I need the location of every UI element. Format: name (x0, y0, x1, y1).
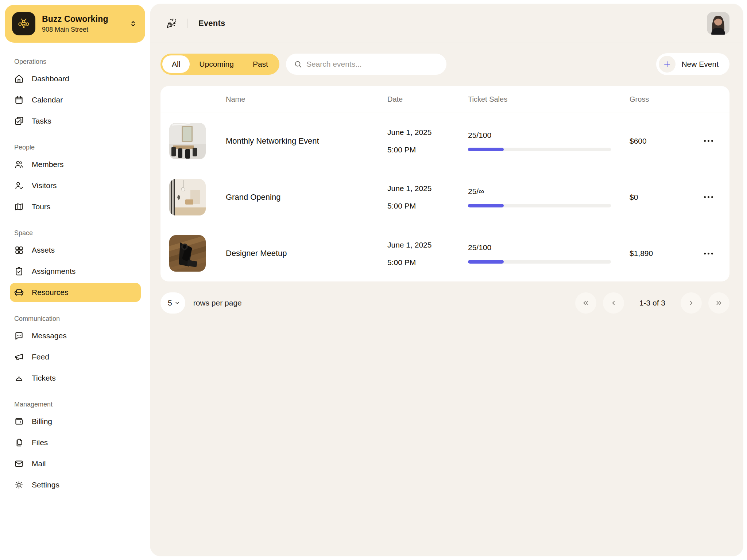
sidebar-item-billing[interactable]: Billing (10, 412, 141, 431)
rows-per-page-select[interactable]: 5 (160, 292, 185, 314)
pagination-bar: 5 rows per page 1-3 of 3 (150, 281, 743, 314)
new-event-label: New Event (681, 60, 719, 69)
home-icon (14, 74, 24, 83)
sidebar-item-settings[interactable]: Settings (10, 475, 141, 494)
event-time: 5:00 PM (387, 202, 468, 210)
filter-tab-past[interactable]: Past (243, 55, 278, 73)
sidebar-item-mail[interactable]: Mail (10, 454, 141, 473)
sidebar-item-messages[interactable]: Messages (10, 326, 141, 345)
clipboard-check-icon (14, 267, 24, 276)
event-thumbnail-meeting-room (169, 123, 206, 159)
ticket-progress-track (468, 204, 611, 207)
chevrons-left-icon (582, 299, 590, 307)
workspace-name: Buzz Coworking (42, 14, 129, 24)
event-time: 5:00 PM (387, 146, 468, 153)
sidebar-item-label: Billing (32, 417, 52, 426)
previous-page-button[interactable] (603, 292, 624, 314)
search-input[interactable] (306, 60, 438, 69)
calendar-icon (14, 95, 24, 105)
sidebar-item-assignments[interactable]: Assignments (10, 262, 141, 281)
sidebar-item-feed[interactable]: Feed (10, 347, 141, 366)
user-check-icon (14, 181, 24, 190)
wallet-icon (14, 417, 24, 426)
chevron-right-icon (687, 299, 695, 307)
ticket-progress-fill (468, 260, 504, 264)
sidebar-item-label: Files (32, 438, 48, 447)
gear-icon (14, 480, 24, 490)
workspace-info: Buzz Coworking 908 Main Street (42, 14, 129, 34)
sidebar-item-label: Tasks (32, 117, 51, 125)
table-row[interactable]: Grand Opening June 1, 2025 5:00 PM 25/∞ … (160, 169, 729, 225)
table-row[interactable]: Designer Meetup June 1, 2025 5:00 PM 25/… (160, 225, 729, 281)
first-page-button[interactable] (575, 292, 596, 314)
sidebar-item-assets[interactable]: Assets (10, 241, 141, 260)
event-date: June 1, 2025 5:00 PM (387, 241, 468, 266)
armchair-icon (14, 288, 24, 297)
sidebar-item-label: Visitors (32, 181, 57, 190)
chevrons-right-icon (715, 299, 723, 307)
plus-icon (663, 60, 671, 69)
row-menu-button[interactable] (700, 136, 717, 145)
filter-tab-all[interactable]: All (162, 55, 190, 73)
nav-section-people: People Members Visitors Tours (10, 144, 141, 216)
sidebar-item-label: Messages (32, 331, 67, 340)
event-gross: $600 (630, 137, 700, 145)
sidebar-item-tasks[interactable]: Tasks (10, 112, 141, 131)
section-label: Management (10, 401, 141, 408)
sidebar-item-resources[interactable]: Resources (10, 283, 141, 302)
message-square-icon (14, 331, 24, 341)
user-avatar[interactable] (707, 12, 729, 35)
chevron-up-down-icon (129, 20, 137, 28)
page-header: Events (150, 4, 743, 43)
sidebar-item-label: Settings (32, 481, 59, 489)
search-box (286, 54, 446, 75)
ticket-progress-track (468, 260, 611, 264)
sidebar-item-files[interactable]: Files (10, 433, 141, 452)
rows-per-page-label: rows per page (193, 299, 242, 307)
sidebar-nav: Operations Dashboard Calendar Tasks Peop… (5, 43, 145, 494)
chevron-left-icon (609, 299, 618, 307)
event-name: Monthly Networking Event (226, 136, 387, 146)
row-menu-button[interactable] (700, 249, 717, 258)
sidebar-item-tickets[interactable]: Tickets (10, 369, 141, 388)
sidebar-item-label: Tours (32, 202, 50, 211)
nav-section-operations: Operations Dashboard Calendar Tasks (10, 58, 141, 131)
row-menu-button[interactable] (700, 192, 717, 202)
sidebar-item-label: Resources (32, 288, 68, 297)
section-label: People (10, 144, 141, 151)
sidebar-item-label: Calendar (32, 96, 63, 104)
sidebar-item-members[interactable]: Members (10, 155, 141, 174)
concierge-bell-icon (14, 373, 24, 383)
event-date-line: June 1, 2025 (387, 184, 468, 192)
map-icon (14, 202, 24, 211)
event-date-line: June 1, 2025 (387, 128, 468, 136)
chevron-down-icon (174, 300, 180, 306)
event-gross: $1,890 (630, 249, 700, 258)
column-header-gross: Gross (630, 95, 700, 104)
event-gross: $0 (630, 193, 700, 202)
megaphone-icon (14, 352, 24, 362)
event-date: June 1, 2025 5:00 PM (387, 184, 468, 210)
app-root: Buzz Coworking 908 Main Street Operation… (0, 0, 747, 560)
sidebar-item-dashboard[interactable]: Dashboard (10, 69, 141, 88)
plus-icon-wrap (659, 56, 676, 73)
new-event-button[interactable]: New Event (656, 53, 729, 75)
sidebar-item-visitors[interactable]: Visitors (10, 176, 141, 195)
events-toolbar: All Upcoming Past New Event (150, 43, 743, 75)
events-table: Name Date Ticket Sales Gross (160, 86, 729, 281)
table-row[interactable]: Monthly Networking Event June 1, 2025 5:… (160, 113, 729, 169)
last-page-button[interactable] (708, 292, 729, 314)
sidebar-item-label: Feed (32, 353, 49, 361)
ticket-sales-label: 25/100 (468, 131, 630, 140)
event-ticket-sales: 25/100 (468, 243, 630, 264)
sidebar-item-tours[interactable]: Tours (10, 197, 141, 216)
header-divider (187, 19, 187, 28)
sidebar-item-label: Assets (32, 246, 55, 254)
sidebar-item-calendar[interactable]: Calendar (10, 90, 141, 109)
nav-section-communication: Communication Messages Feed Tickets (10, 315, 141, 388)
event-ticket-sales: 25/100 (468, 131, 630, 151)
filter-tab-upcoming[interactable]: Upcoming (190, 55, 243, 73)
layout-grid-icon (14, 245, 24, 255)
next-page-button[interactable] (681, 292, 702, 314)
workspace-switcher[interactable]: Buzz Coworking 908 Main Street (5, 5, 145, 43)
